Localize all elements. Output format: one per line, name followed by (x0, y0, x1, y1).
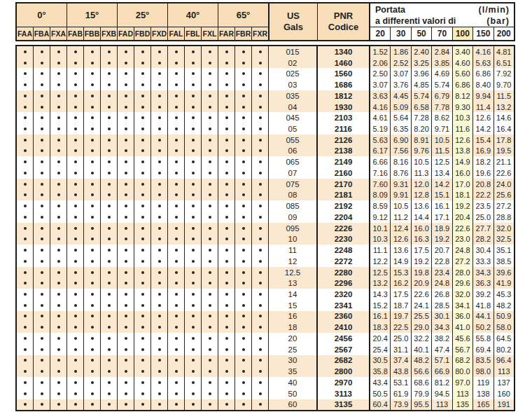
availability-dot-icon (242, 128, 245, 130)
availability-dot-cell (84, 366, 101, 377)
availability-dot-cell (17, 233, 34, 245)
availability-dot-cell (134, 377, 151, 388)
flow-rate-value: 48.2 (494, 300, 514, 311)
flow-rate-value: 16.1 (370, 311, 391, 322)
availability-dot-cell (134, 156, 151, 167)
availability-dot-cell (17, 366, 34, 377)
availability-dot-icon (41, 193, 43, 196)
availability-dot-icon (74, 282, 77, 284)
availability-dot-icon (259, 160, 262, 163)
availability-dot-cell (34, 256, 50, 267)
availability-dot-icon (108, 370, 111, 373)
availability-dot-icon (57, 348, 60, 351)
nozzle-code-header-cell: FBB (84, 27, 101, 40)
availability-dot-icon (192, 227, 195, 230)
flow-rate-value: 20.8 (473, 179, 493, 190)
availability-dot-cell (185, 112, 202, 123)
availability-dot-icon (242, 106, 245, 109)
availability-dot-cell (185, 322, 202, 333)
flow-rate-value: 191 (494, 399, 514, 411)
us-gals-value: 035 (269, 90, 318, 102)
availability-dot-cell (84, 112, 101, 123)
availability-dot-cell (252, 223, 269, 234)
availability-dot-icon (125, 149, 127, 152)
availability-dot-cell (67, 146, 84, 157)
availability-dot-cell (235, 200, 252, 212)
availability-dot-cell (118, 322, 134, 333)
availability-dot-icon (24, 216, 27, 219)
availability-dot-cell (34, 267, 50, 278)
availability-dot-icon (242, 160, 245, 163)
flow-rate-value: 25.4 (370, 344, 391, 355)
flow-rate-value: 43.8 (391, 366, 411, 377)
availability-dot-icon (192, 403, 195, 406)
availability-dot-icon (209, 282, 211, 284)
availability-dot-icon (141, 50, 144, 53)
availability-dot-icon (192, 271, 195, 274)
table-row: 06521496.668.1610.512.514.918.221.1 (17, 156, 514, 167)
spray-angle-header-block: 0°15°25°40°65° FAAFBAFXAFABFBBFXBFADFBDF… (17, 4, 269, 40)
availability-dot-cell (67, 190, 84, 201)
availability-dot-icon (125, 392, 127, 395)
availability-dot-cell (218, 399, 235, 411)
availability-dot-cell (34, 289, 50, 300)
availability-dot-cell (84, 245, 101, 256)
availability-dot-cell (118, 289, 134, 300)
availability-dot-cell (185, 388, 202, 399)
flow-rate-value: 5.09 (391, 102, 411, 113)
availability-dot-cell (118, 135, 134, 146)
availability-dot-cell (118, 68, 134, 79)
flow-rate-value: 5.74 (412, 90, 432, 102)
availability-dot-cell (101, 135, 118, 146)
availability-dot-icon (91, 95, 94, 97)
availability-dot-cell (17, 167, 34, 179)
availability-dot-cell (34, 344, 50, 355)
flow-rate-value: 19.6 (473, 167, 493, 179)
availability-dot-icon (24, 392, 27, 395)
flow-rate-value: 13.6 (412, 200, 432, 212)
availability-dot-icon (108, 95, 111, 97)
flow-rate-value: 5.63 (370, 135, 391, 146)
flow-rate-value: 11.3 (412, 167, 432, 179)
availability-dot-cell (168, 179, 185, 190)
availability-dot-icon (91, 381, 94, 384)
flow-rate-value: 25.0 (391, 333, 411, 344)
availability-dot-icon (74, 392, 77, 395)
availability-dot-cell (34, 79, 50, 90)
availability-dot-cell (17, 245, 34, 256)
availability-dot-cell (218, 190, 235, 201)
availability-dot-cell (168, 123, 185, 135)
availability-dot-icon (57, 95, 60, 97)
flow-rate-value: 11.5 (494, 90, 514, 102)
flow-rate-value: 41.0 (453, 322, 473, 333)
availability-dot-cell (202, 57, 218, 69)
availability-dot-cell (67, 135, 84, 146)
availability-dot-cell (202, 267, 218, 278)
availability-dot-cell (17, 179, 34, 190)
availability-dot-icon (141, 160, 144, 163)
availability-dot-cell (84, 223, 101, 234)
availability-dot-cell (101, 102, 118, 113)
availability-dot-cell (168, 68, 185, 79)
availability-dot-cell (84, 256, 101, 267)
availability-dot-cell (17, 377, 34, 388)
us-gals-value: 10 (269, 233, 318, 245)
flow-rate-value: 13.8 (453, 146, 473, 157)
availability-dot-cell (202, 289, 218, 300)
flow-rate-value: 20.9 (412, 277, 432, 289)
availability-dot-cell (185, 233, 202, 245)
flow-rate-value: 97.0 (453, 377, 473, 388)
availability-dot-cell (185, 355, 202, 366)
availability-dot-icon (125, 160, 127, 163)
availability-dot-cell (235, 277, 252, 289)
flow-rate-value: 113 (432, 399, 452, 411)
availability-dot-icon (209, 172, 211, 174)
availability-dot-cell (151, 277, 168, 289)
us-gals-value: 18 (269, 322, 318, 333)
availability-dot-icon (141, 293, 144, 296)
flow-rate-value: 17.8 (494, 135, 514, 146)
availability-dot-icon (57, 260, 60, 263)
availability-dot-icon (125, 348, 127, 351)
pnr-code-value: 2160 (318, 167, 370, 179)
availability-dot-icon (41, 359, 43, 362)
